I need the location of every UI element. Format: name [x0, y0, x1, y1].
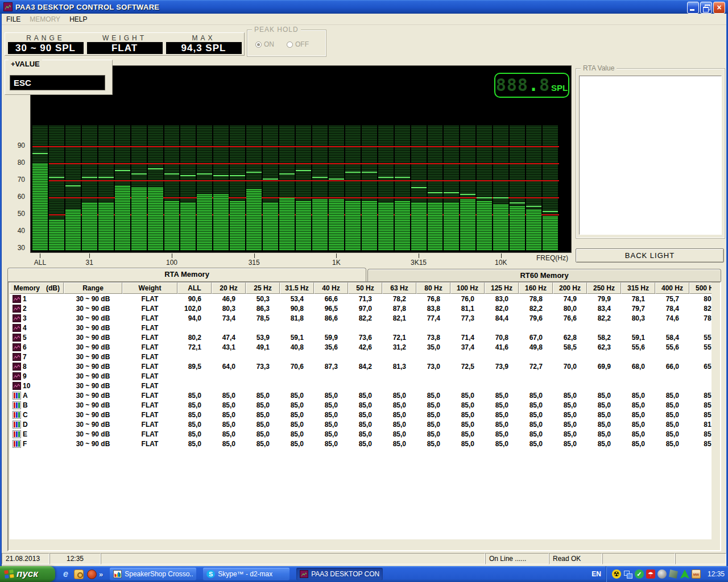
peak-hold-segment — [148, 168, 163, 169]
db-tick-70: 70 — [2, 176, 25, 184]
internet-explorer-icon[interactable] — [61, 569, 71, 579]
minimize-button[interactable] — [687, 2, 699, 14]
value-cell: 85,0 — [314, 401, 348, 409]
table-row-9[interactable]: 930 ~ 90 dBFLAT — [10, 371, 712, 381]
volume-icon[interactable] — [657, 569, 667, 579]
table-row-4[interactable]: 430 ~ 90 dBFLAT — [10, 323, 712, 332]
table-row-E[interactable]: E30 ~ 90 dBFLAT85,085,085,085,085,085,08… — [10, 429, 712, 439]
key-icon[interactable] — [74, 569, 84, 579]
red-app-icon[interactable] — [87, 569, 97, 579]
value-cell: 85,0 — [553, 411, 587, 419]
taskbar-button-skype[interactable]: Skype™ - d2-max — [203, 568, 289, 580]
value-cell: 78,4 — [655, 305, 689, 313]
value-cell: 71,3 — [348, 295, 382, 303]
restore-button[interactable] — [700, 2, 712, 14]
freq-tick-label: 10K — [495, 259, 507, 267]
menu-help[interactable]: HELP — [65, 14, 92, 24]
value-cell: 72,1 — [177, 343, 212, 351]
value-cell: 80,3 — [621, 314, 655, 322]
value-cell: 85,0 — [587, 401, 621, 409]
peak-hold-segment — [312, 177, 328, 178]
rta-value-group: RTA Value — [576, 68, 725, 239]
freq-tick-label: 31 — [86, 259, 93, 267]
peak-hold-group: PEAK HOLD ON OFF — [247, 30, 326, 57]
memory-row-label: 4 — [23, 324, 27, 332]
table-row-2[interactable]: 230 ~ 90 dBFLAT102,080,386,390,896,597,0… — [10, 304, 712, 313]
value-cell: 55,6 — [621, 343, 655, 351]
header-125-hz: 125 Hz — [485, 282, 519, 294]
value-cell: 85,0 — [246, 411, 280, 419]
table-row-A[interactable]: A30 ~ 90 dBFLAT85,085,085,085,085,085,08… — [10, 390, 712, 400]
table-row-5[interactable]: 530 ~ 90 dBFLAT80,247,453,959,159,973,67… — [10, 332, 712, 342]
menu-file[interactable]: FILE — [2, 14, 25, 24]
value-cell: 80, — [689, 295, 712, 303]
title-bar[interactable]: PAA3 DESKTOP CONTROL SOFTWARE × — [0, 0, 728, 14]
memory-card-icon[interactable] — [692, 569, 701, 579]
peak-hold-on-radio[interactable] — [255, 41, 262, 48]
table-row-B[interactable]: B30 ~ 90 dBFLAT85,085,085,085,085,085,08… — [10, 400, 712, 410]
peak-hold-off-radio[interactable] — [287, 41, 293, 48]
tab-rt60-memory[interactable]: RT60 Memory — [367, 269, 721, 281]
card-reader-icon[interactable] — [669, 569, 678, 579]
rta-value-list[interactable] — [579, 76, 722, 235]
weight-cell: FLAT — [122, 324, 177, 332]
value-cell: 85, — [689, 440, 712, 448]
table-row-10[interactable]: 1030 ~ 90 dBFLAT — [10, 381, 712, 390]
tab-rta-memory[interactable]: RTA Memory — [7, 268, 366, 281]
value-cell: 78,2 — [382, 295, 416, 303]
value-cell: 85,0 — [382, 401, 416, 409]
value-cell: 85,0 — [314, 392, 348, 400]
value-cell: 85,0 — [587, 411, 621, 419]
wireless-icon[interactable] — [680, 569, 689, 579]
weight-value-display: FLAT — [87, 42, 163, 54]
table-row-F[interactable]: F30 ~ 90 dBFLAT85,085,085,085,085,085,08… — [10, 439, 712, 448]
radiation-icon[interactable] — [612, 569, 621, 579]
readout-panel: RANGE 30 ~ 90 SPL WEIGHT FLAT MAX 94,3 S… — [5, 32, 245, 56]
value-cell: 85,0 — [416, 401, 450, 409]
value-cell: 85,0 — [314, 411, 348, 419]
peak-hold-on-label: ON — [264, 40, 274, 48]
range-cell: 30 ~ 90 dB — [64, 305, 122, 313]
value-cell: 85, — [689, 430, 712, 438]
value-cell: 78, — [689, 314, 712, 322]
speakershop-icon — [113, 570, 122, 578]
rta-curve-icon — [13, 372, 21, 380]
value-cell: 53,4 — [280, 295, 314, 303]
taskbar-button-speakershop[interactable]: SpeakerShop Crosso... — [110, 568, 196, 580]
peak-hold-segment — [263, 178, 278, 180]
value-cell: 85,0 — [485, 421, 519, 429]
table-row-C[interactable]: C30 ~ 90 dBFLAT85,085,085,085,085,085,08… — [10, 410, 712, 419]
antivirus-ok-icon[interactable] — [635, 569, 644, 579]
bar-chart-icon — [13, 411, 21, 419]
close-button[interactable]: × — [713, 2, 725, 14]
table-row-7[interactable]: 730 ~ 90 dBFLAT — [10, 352, 712, 361]
weight-cell: FLAT — [122, 305, 177, 313]
rta-curve-icon — [13, 305, 21, 313]
back-light-button[interactable]: BACK LIGHT — [576, 248, 724, 263]
table-row-3[interactable]: 330 ~ 90 dBFLAT94,073,478,581,886,682,28… — [10, 313, 712, 323]
memory-table-header: Memory (dB) Range Weight ALL20 Hz25 Hz31… — [10, 282, 712, 294]
avira-icon[interactable] — [646, 569, 655, 579]
table-row-D[interactable]: D30 ~ 90 dBFLAT85,085,085,085,085,085,08… — [10, 419, 712, 429]
start-button[interactable]: пуск — [0, 566, 55, 582]
value-cell: 83,0 — [485, 295, 519, 303]
range-cell: 30 ~ 90 dB — [64, 314, 122, 322]
network-places-icon[interactable] — [623, 569, 632, 579]
freq-tick — [419, 253, 419, 258]
value-cell: 85,0 — [348, 401, 382, 409]
menu-bar: FILE MEMORY HELP — [2, 14, 726, 25]
value-cell: 90,8 — [280, 305, 314, 313]
freq-tick — [336, 253, 337, 258]
table-row-6[interactable]: 630 ~ 90 dBFLAT72,143,149,140,835,642,63… — [10, 342, 712, 352]
value-cell: 85,0 — [348, 440, 382, 448]
memory-row-label: D — [23, 421, 28, 429]
value-cell: 85,0 — [519, 421, 553, 429]
spectrum-bar — [526, 210, 541, 251]
quick-launch-chevron-icon[interactable]: » — [99, 570, 103, 579]
value-cell: 85,0 — [212, 392, 246, 400]
language-indicator[interactable]: EN — [587, 568, 606, 580]
table-row-8[interactable]: 830 ~ 90 dBFLAT89,564,073,370,687,384,28… — [10, 361, 712, 371]
table-row-1[interactable]: 130 ~ 90 dBFLAT90,646,950,353,466,671,37… — [10, 294, 712, 304]
taskbar-button-paa3[interactable]: PAA3 DESKTOP CON... — [296, 568, 383, 580]
status-time: 12:35 — [49, 553, 101, 564]
